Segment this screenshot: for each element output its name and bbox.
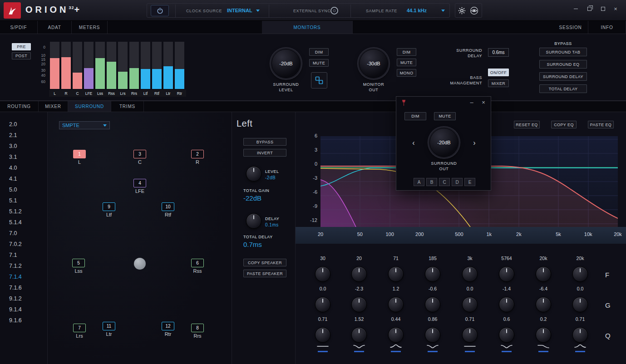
copy-speaker-button[interactable]: COPY SPEAKER bbox=[243, 259, 286, 266]
bypass-surround-eq-button[interactable]: SURROUND EQ bbox=[539, 60, 587, 69]
band-8-q-knob[interactable] bbox=[572, 327, 588, 343]
preset-b-button[interactable]: B bbox=[426, 178, 437, 186]
band-3-filter-peak-icon[interactable] bbox=[389, 343, 403, 350]
bypass-surround-delay-button[interactable]: SURROUND DELAY bbox=[539, 72, 587, 81]
subtab-trims[interactable]: TRIMS bbox=[111, 101, 144, 112]
band-7-filter-shelf-down-icon[interactable] bbox=[537, 343, 550, 350]
surround-mute-button[interactable]: MUTE bbox=[309, 59, 329, 67]
format-4-1[interactable]: 4.1 bbox=[0, 173, 47, 184]
format-9-1-6[interactable]: 9.1.6 bbox=[0, 315, 47, 326]
preset-d-button[interactable]: D bbox=[452, 178, 463, 186]
band-8-filter-peak-icon[interactable] bbox=[573, 343, 587, 350]
bypass-total-delay-button[interactable]: TOTAL DELAY bbox=[539, 84, 587, 93]
paste-speaker-button[interactable]: PASTE SPEAKER bbox=[243, 270, 286, 277]
format-9-1-4[interactable]: 9.1.4 bbox=[0, 304, 47, 315]
format-5-1-4[interactable]: 5.1.4 bbox=[0, 217, 47, 228]
surround-level-knob[interactable]: -20dB bbox=[271, 49, 301, 78]
monitor-link-icon[interactable] bbox=[311, 72, 327, 89]
monitor-out-knob[interactable]: -30dB bbox=[359, 49, 388, 78]
speaker-lss[interactable]: 5 bbox=[72, 259, 85, 267]
sample-rate-value[interactable]: 44.1 kHz bbox=[407, 8, 427, 13]
band-6-gain-knob[interactable] bbox=[499, 297, 514, 312]
format-5-1[interactable]: 5.1 bbox=[0, 195, 47, 206]
format-7-0[interactable]: 7.0 bbox=[0, 228, 47, 239]
speaker-level-knob[interactable] bbox=[246, 166, 261, 182]
band-4-gain-knob[interactable] bbox=[425, 297, 440, 312]
speaker-delay-knob[interactable] bbox=[246, 213, 261, 229]
monitor-mono-button[interactable]: MONO bbox=[397, 69, 416, 77]
speaker-rtf[interactable]: 10 bbox=[162, 202, 174, 211]
band-4-freq-knob[interactable] bbox=[425, 266, 440, 282]
subtab-mixer[interactable]: MIXER bbox=[39, 101, 68, 112]
speaker-l[interactable]: 1 bbox=[73, 150, 86, 158]
power-button[interactable] bbox=[151, 5, 169, 16]
band-1-freq-knob[interactable] bbox=[315, 266, 330, 282]
band-4-filter-notch-icon[interactable] bbox=[426, 343, 439, 350]
speaker-bypass-button[interactable]: BYPASS bbox=[243, 138, 286, 146]
band-3-q-knob[interactable] bbox=[388, 327, 404, 343]
post-button[interactable]: POST bbox=[12, 52, 31, 59]
band-6-filter-notch-icon[interactable] bbox=[500, 343, 513, 350]
speaker-rss[interactable]: 6 bbox=[191, 259, 204, 267]
format-7-1[interactable]: 7.1 bbox=[0, 250, 47, 261]
speaker-r[interactable]: 2 bbox=[191, 150, 204, 158]
external-sync-indicator[interactable] bbox=[330, 7, 338, 15]
popup-surround-out-knob[interactable]: -20dB bbox=[429, 128, 458, 157]
popup-mute-button[interactable]: MUTE bbox=[434, 112, 456, 120]
band-5-q-knob[interactable] bbox=[462, 327, 478, 343]
speaker-ltf[interactable]: 9 bbox=[103, 202, 115, 211]
tab-monitors[interactable]: MONITORS bbox=[262, 21, 353, 34]
band-2-gain-knob[interactable] bbox=[351, 297, 367, 312]
maximize-button[interactable] bbox=[598, 5, 607, 13]
paste-eq-button[interactable]: PASTE EQ bbox=[588, 121, 614, 128]
popup-minimize-button[interactable]: – bbox=[467, 98, 476, 107]
band-7-gain-knob[interactable] bbox=[536, 297, 551, 312]
speaker-ltr[interactable]: 11 bbox=[103, 322, 115, 330]
band-7-q-knob[interactable] bbox=[536, 327, 551, 343]
format-7-1-2[interactable]: 7.1.2 bbox=[0, 261, 47, 271]
clock-source-value[interactable]: INTERNAL bbox=[227, 8, 252, 13]
clock-source-caret-icon[interactable] bbox=[256, 10, 260, 12]
format-5-1-2[interactable]: 5.1.2 bbox=[0, 206, 47, 217]
speaker-rtr[interactable]: 12 bbox=[162, 322, 174, 330]
copy-eq-button[interactable]: COPY EQ bbox=[551, 121, 577, 128]
band-6-freq-knob[interactable] bbox=[499, 266, 514, 282]
band-8-freq-knob[interactable] bbox=[572, 266, 588, 282]
band-3-gain-knob[interactable] bbox=[388, 297, 404, 312]
band-5-freq-knob[interactable] bbox=[462, 266, 478, 282]
format-7-0-2[interactable]: 7.0.2 bbox=[0, 239, 47, 250]
format-3-1[interactable]: 3.1 bbox=[0, 152, 47, 162]
format-2-1[interactable]: 2.1 bbox=[0, 130, 47, 141]
preset-c-button[interactable]: C bbox=[439, 178, 450, 186]
surround-delay-value[interactable]: 0.6ms bbox=[488, 48, 509, 57]
next-output-chevron[interactable]: › bbox=[470, 138, 479, 148]
layout-select[interactable]: SMPTE bbox=[59, 121, 110, 129]
speaker-rrs[interactable]: 8 bbox=[191, 324, 204, 332]
tab-adat[interactable]: ADAT bbox=[38, 21, 72, 34]
restore-button[interactable] bbox=[585, 5, 594, 13]
band-2-freq-knob[interactable] bbox=[351, 266, 367, 282]
close-button[interactable]: × bbox=[611, 5, 620, 13]
band-1-filter-flat-icon[interactable] bbox=[316, 343, 330, 350]
preset-e-button[interactable]: E bbox=[464, 178, 475, 186]
pre-button[interactable]: PRE bbox=[12, 43, 31, 50]
subtab-routing[interactable]: ROUTING bbox=[0, 101, 39, 112]
band-4-q-knob[interactable] bbox=[425, 327, 440, 343]
eye-icon[interactable] bbox=[470, 6, 478, 16]
band-8-gain-knob[interactable] bbox=[572, 297, 588, 312]
surround-dim-button[interactable]: DIM bbox=[309, 48, 329, 56]
speaker-invert-button[interactable]: INVERT bbox=[243, 149, 286, 157]
band-5-filter-flat-icon[interactable] bbox=[463, 343, 477, 350]
band-2-filter-notch-icon[interactable] bbox=[352, 343, 366, 350]
bass-onoff-button[interactable]: ON/OFF bbox=[488, 69, 509, 76]
pin-icon[interactable] bbox=[401, 99, 407, 108]
tab-info[interactable]: INFO bbox=[588, 21, 626, 34]
preset-a-button[interactable]: A bbox=[414, 178, 424, 186]
band-1-gain-knob[interactable] bbox=[315, 297, 330, 312]
monitor-dim-button[interactable]: DIM bbox=[397, 48, 416, 56]
format-7-1-6[interactable]: 7.1.6 bbox=[0, 282, 47, 293]
band-5-gain-knob[interactable] bbox=[462, 297, 478, 312]
monitor-mute-button[interactable]: MUTE bbox=[397, 59, 416, 66]
band-7-freq-knob[interactable] bbox=[536, 266, 551, 282]
format-3-0[interactable]: 3.0 bbox=[0, 141, 47, 152]
